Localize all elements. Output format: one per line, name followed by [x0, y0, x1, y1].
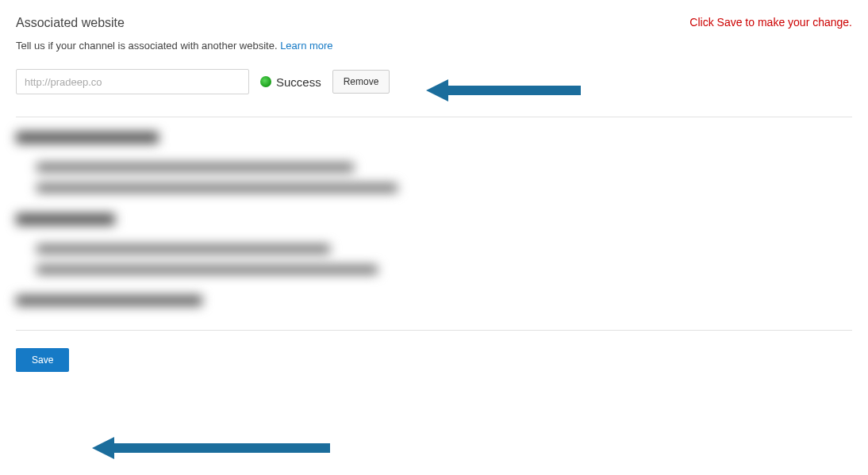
- success-indicator-icon: [260, 76, 271, 87]
- save-button[interactable]: Save: [16, 348, 69, 372]
- svg-marker-1: [92, 437, 330, 459]
- remove-button[interactable]: Remove: [332, 70, 390, 94]
- verification-status: Success: [260, 75, 321, 89]
- website-url-input[interactable]: [16, 69, 249, 94]
- learn-more-link[interactable]: Learn more: [280, 40, 332, 52]
- description-text: Tell us if your channel is associated wi…: [16, 40, 280, 52]
- blurred-content-area: [16, 117, 852, 314]
- section-divider-bottom: [16, 330, 852, 331]
- save-notice: Click Save to make your change.: [689, 16, 852, 29]
- annotation-arrow-icon: [92, 437, 330, 459]
- section-description: Tell us if your channel is associated wi…: [16, 40, 852, 52]
- section-title: Associated website: [16, 16, 125, 30]
- status-label: Success: [276, 75, 321, 89]
